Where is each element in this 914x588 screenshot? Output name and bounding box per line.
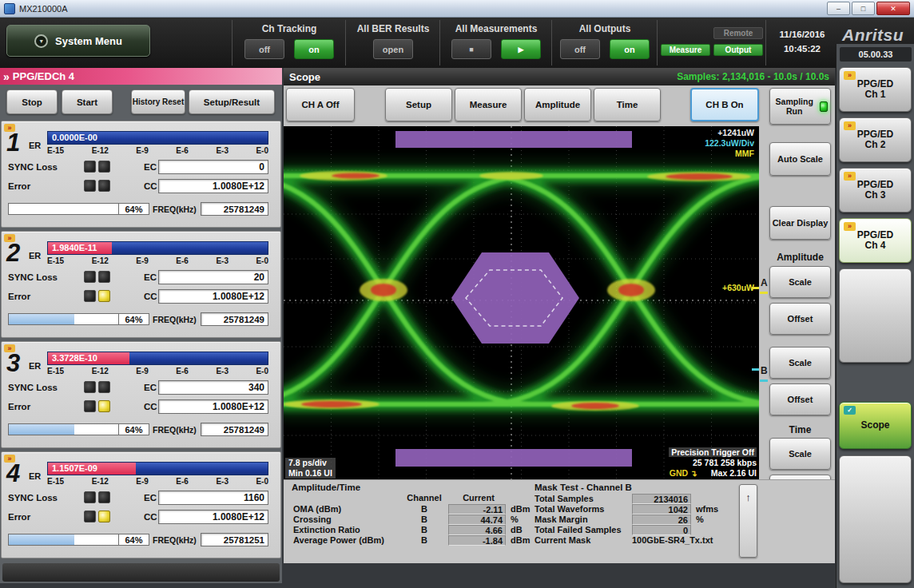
eye-diagram <box>284 126 759 479</box>
measurement-area: Amplitude/Time Channel Current OMA (dBm)… <box>284 479 835 563</box>
channel-number: 1 <box>6 129 20 157</box>
error-label: Error <box>8 402 30 411</box>
sidebar-item-ppg-ed-ch4-active[interactable]: » PPG/ED Ch 4 <box>839 218 912 263</box>
sampling-run-button[interactable]: Sampling Run <box>769 88 831 125</box>
scope-panel: Scope Samples: 2,134,016 - 10.0s / 10.0s… <box>284 68 835 563</box>
measurements-stop-button[interactable]: ■ <box>451 39 491 59</box>
progress-percent: 64% <box>118 423 149 435</box>
amplitude-scale-b-button[interactable]: Scale <box>769 347 831 379</box>
table-row: Total Samples 2134016 <box>533 494 742 504</box>
stop-icon: ■ <box>469 46 473 54</box>
ch-tracking-on-button[interactable]: on <box>294 39 334 59</box>
scope-measure-button[interactable]: Measure <box>455 88 522 121</box>
system-menu-button[interactable]: ▼ System Menu <box>6 25 150 57</box>
ber-results-open-button[interactable]: open <box>373 39 413 59</box>
window-controls: – □ ✕ <box>827 2 910 15</box>
amplitude-scale-a-button[interactable]: Scale <box>769 266 831 298</box>
sync-loss-led-1 <box>84 271 96 283</box>
maximize-button[interactable]: □ <box>852 2 875 15</box>
min-ui-readout: Min 0.16 UI <box>288 468 332 479</box>
sync-loss-led-1 <box>84 381 96 393</box>
sidebar-item-ppg-ed-ch3[interactable]: » PPG/ED Ch 3 <box>839 168 912 213</box>
er-label: ER <box>29 471 41 481</box>
sync-loss-led-2 <box>98 271 110 283</box>
sync-loss-label: SYNC Loss <box>8 162 58 172</box>
ch-tracking-off-button[interactable]: off <box>244 39 284 59</box>
ch-a-off-button[interactable]: CH A Off <box>286 88 355 121</box>
app-icon <box>4 3 15 14</box>
stop-button[interactable]: Stop <box>6 89 58 114</box>
clear-display-button[interactable]: Clear Display <box>769 206 831 240</box>
setup-result-button[interactable]: Setup/Result <box>189 89 275 114</box>
er-label: ER <box>29 361 41 371</box>
amplitude-offset-a-button[interactable]: Offset <box>769 303 831 335</box>
freq-value: 25781249 <box>201 202 268 216</box>
toolbar-divider <box>765 20 766 66</box>
er-value: 0.0000E-00 <box>52 132 272 144</box>
er-value-bar: 1.9840E-11 <box>47 241 268 255</box>
scale-tick: E-3 <box>216 256 228 265</box>
outputs-on-button[interactable]: on <box>610 39 650 59</box>
close-button[interactable]: ✕ <box>876 2 910 15</box>
progress-fill <box>9 314 74 324</box>
amplitude-readout: +1241uW 122.3uW/Div MMF <box>705 128 754 159</box>
channel-number: 4 <box>6 459 20 488</box>
scope-amplitude-button[interactable]: Amplitude <box>524 88 591 121</box>
auto-scale-button[interactable]: Auto Scale <box>769 142 831 176</box>
measurements-start-button[interactable]: ▶ <box>501 39 541 59</box>
minimize-button[interactable]: – <box>827 2 850 15</box>
start-button[interactable]: Start <box>62 89 113 114</box>
table-row: Mask Margin 26 % <box>533 514 742 525</box>
scale-tick: E-12 <box>92 256 109 265</box>
sidebar-item-ppg-ed-ch1[interactable]: » PPG/ED Ch 1 <box>839 67 912 112</box>
ch-tracking-group: Ch Tracking off on <box>236 23 342 59</box>
sidebar-item-scope-active[interactable]: ✓ Scope <box>839 402 912 449</box>
time-scale-button[interactable]: Scale <box>769 438 831 470</box>
fiber-mode-label: MMF <box>705 149 754 159</box>
channel-tag-icon: » <box>844 121 856 130</box>
channel-tag-icon: » <box>844 222 856 231</box>
ch-tracking-label: Ch Tracking <box>236 23 342 34</box>
trigger-status: Precision Trigger Off <box>669 447 757 457</box>
time-section-label: Time <box>769 424 831 435</box>
samples-status: Samples: 2,134,016 - 10.0s / 10.0s <box>677 71 829 82</box>
history-reset-button[interactable]: History Reset <box>131 89 185 114</box>
cc-value: 1.0080E+12 <box>158 179 268 193</box>
scale-tick: E-6 <box>176 477 189 486</box>
amp-table-title: Amplitude/Time <box>292 483 360 492</box>
scale-tick: E-9 <box>136 477 149 486</box>
progress-bar <box>8 534 119 546</box>
table-row: Crossing B 44.74 % <box>288 514 528 525</box>
scale-tick: E-12 <box>92 367 109 375</box>
freq-label: FREQ(kHz) <box>153 315 197 324</box>
error-led-1 <box>84 511 96 522</box>
ch-b-on-button[interactable]: CH B On <box>690 88 759 121</box>
channel-block: » 2 ER 1.9840E-11 E-15 E-12 E-9 E-6 E-3 … <box>1 231 281 338</box>
ec-label: EC <box>144 272 157 282</box>
outputs-off-button[interactable]: off <box>560 39 600 59</box>
up-arrow-icon: ↑ <box>745 491 751 557</box>
all-outputs-label: All Outputs <box>556 23 654 34</box>
freq-label: FREQ(kHz) <box>153 535 197 545</box>
error-label: Error <box>8 181 30 191</box>
er-scale: E-15 E-12 E-9 E-6 E-3 E-0 <box>47 367 268 375</box>
cc-label: CC <box>144 512 157 522</box>
system-menu-icon: ▼ <box>34 34 48 48</box>
scope-time-button[interactable]: Time <box>594 88 661 121</box>
scope-title: Scope <box>289 71 320 83</box>
ec-label: EC <box>144 162 157 172</box>
ppg-ed-title: PPG/EDCh 4 <box>13 70 74 82</box>
amplitude-offset-b-button[interactable]: Offset <box>769 383 831 415</box>
freq-value: 25781249 <box>201 312 268 326</box>
scale-tick: E-3 <box>216 146 228 155</box>
scroll-up-button[interactable]: ↑ <box>739 484 757 558</box>
sidebar-blank-button <box>839 268 912 363</box>
trigger-readout: Precision Trigger Off 25 781 258 kbps GN… <box>669 447 757 479</box>
window-title: MX210000A <box>19 4 68 14</box>
er-label: ER <box>29 251 41 260</box>
scope-setup-button[interactable]: Setup <box>385 88 452 121</box>
sidebar-item-ppg-ed-ch2[interactable]: » PPG/ED Ch 2 <box>839 117 912 162</box>
current-mask-row: Current Mask 100GbE-SR4_Tx.txt <box>533 535 742 546</box>
all-measurements-label: All Measurements <box>444 23 548 34</box>
channel-a-marker <box>760 292 768 294</box>
